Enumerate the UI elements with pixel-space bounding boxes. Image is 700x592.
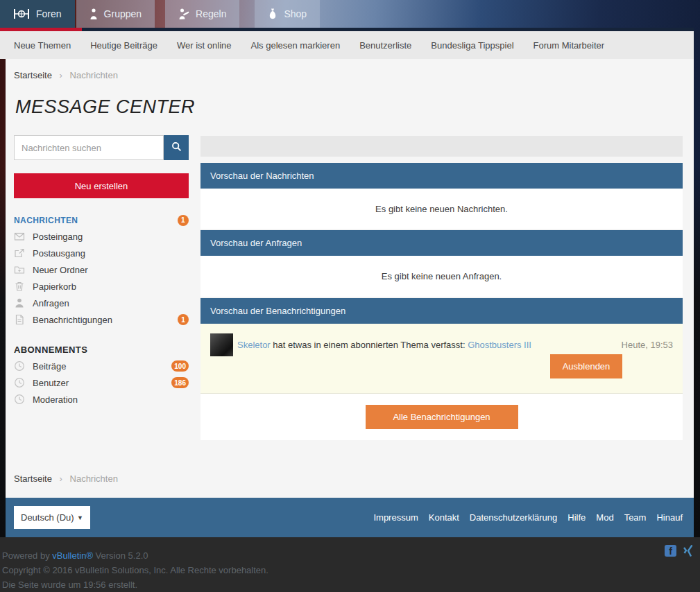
clock-icon	[14, 377, 25, 388]
footer-link-datenschutzerklaerung[interactable]: Datenschutzerklärung	[470, 512, 557, 523]
nav-link-als-gelesen-markieren[interactable]: Als gelesen markieren	[251, 40, 341, 51]
notification-body-text: hat etwas in einem abonnierten Thema ver…	[271, 340, 468, 350]
money-bag-icon	[268, 8, 278, 19]
sidebar-item-beitraege[interactable]: Beiträge 100	[14, 358, 189, 374]
beitraege-count-badge: 100	[171, 360, 189, 372]
figure-icon	[89, 8, 98, 19]
thread-link[interactable]: Ghostbusters III	[468, 340, 531, 350]
page-title: MESSAGE CENTER	[15, 96, 195, 118]
nav-link-heutige-beitraege[interactable]: Heutige Beiträge	[90, 40, 157, 51]
footer-link-impressum[interactable]: Impressum	[373, 512, 418, 523]
footer-link-kontakt[interactable]: Kontakt	[429, 512, 459, 523]
sidebar-item-benutzer[interactable]: Benutzer 186	[14, 374, 189, 391]
chevron-down-icon: ▼	[77, 514, 83, 521]
nav-link-forum-mitarbeiter[interactable]: Forum Mitarbeiter	[533, 40, 605, 51]
panel-header-anfragen: Vorschau der Anfragen	[200, 230, 683, 256]
avatar[interactable]	[210, 333, 233, 356]
sidebar-section-abonnements: ABONNEMENTS Beiträge 100 Benutzer 186	[14, 342, 189, 408]
breadcrumb-separator: ›	[60, 70, 62, 80]
sidebar-item-label: Anfragen	[33, 298, 189, 308]
sidebar-item-neuer-ordner[interactable]: Neuer Ordner	[14, 261, 189, 278]
sidebar-item-label: Neuer Ordner	[33, 265, 189, 275]
facebook-icon[interactable]: f	[665, 545, 676, 557]
footer-link-team[interactable]: Team	[624, 512, 647, 523]
share-icon	[14, 247, 25, 259]
sidebar-item-label: Benutzer	[33, 378, 171, 388]
breadcrumb-home-link[interactable]: Startseite	[14, 473, 52, 484]
clock-icon	[14, 360, 25, 372]
language-select[interactable]: Deutsch (Du) ▼	[14, 506, 90, 529]
envelope-icon	[14, 231, 25, 242]
all-notifications-button[interactable]: Alle Benachrichtigungen	[366, 405, 518, 429]
sidebar-item-label: Papierkorb	[33, 281, 189, 292]
sidebar-item-moderation[interactable]: Moderation	[14, 391, 189, 408]
footer-link-mod[interactable]: Mod	[596, 512, 613, 523]
figure-lean-icon	[178, 8, 189, 19]
tab-shop[interactable]: Shop	[255, 0, 320, 28]
document-icon	[14, 314, 25, 325]
content-container: Startseite › Nachrichten MESSAGE CENTER …	[6, 59, 694, 498]
folder-plus-icon	[14, 264, 25, 275]
section-title-nachrichten: NACHRICHTEN	[14, 216, 78, 225]
tab-regeln[interactable]: Regeln	[165, 0, 239, 28]
clock-icon	[14, 394, 25, 405]
vbulletin-link[interactable]: vBulletin®	[52, 550, 93, 561]
sidebar-item-posteingang[interactable]: Posteingang	[14, 228, 189, 245]
tab-foren[interactable]: Foren	[0, 0, 75, 28]
powered-by-text: Powered by	[2, 550, 52, 561]
footer-links: Impressum Kontakt Datenschutzerklärung H…	[373, 498, 683, 537]
breadcrumb-separator: ›	[60, 473, 62, 484]
copyright-line: Copyright © 2016 vBulletin Solutions, In…	[2, 563, 700, 577]
sidebar-item-benachrichtigungen[interactable]: Benachrichtigungen 1	[14, 311, 189, 328]
benachrichtigungen-count-badge: 1	[178, 314, 189, 325]
sidebar-item-label: Benachrichtigungen	[33, 315, 178, 325]
nachrichten-count-badge: 1	[178, 215, 189, 226]
empty-message: Es gibt keine neuen Anfragen.	[382, 271, 502, 281]
sidebar-section-nachrichten: NACHRICHTEN 1 Posteingang Postausgang	[14, 212, 189, 328]
user-link[interactable]: Skeletor	[237, 340, 271, 350]
breadcrumb-home-link[interactable]: Startseite	[14, 70, 52, 80]
notification-timestamp: Heute, 19:53	[622, 340, 673, 350]
sidebar-item-papierkorb[interactable]: Papierkorb	[14, 278, 189, 295]
page-root: Foren Gruppen Regeln Shop Neue Themen He…	[0, 0, 700, 592]
panel-header-benachrichtigungen: Vorschau der Benachrichtigungen	[200, 298, 683, 324]
breadcrumb-bottom: Startseite › Nachrichten	[14, 473, 118, 484]
footer-link-hinauf[interactable]: Hinauf	[656, 512, 683, 523]
nav-link-wer-ist-online[interactable]: Wer ist online	[177, 40, 232, 51]
hide-notification-button[interactable]: Ausblenden	[550, 354, 622, 378]
main-panel: Vorschau der Nachrichten Es gibt keine n…	[200, 136, 683, 440]
nav-link-benutzerliste[interactable]: Benutzerliste	[359, 40, 411, 51]
footer-link-hilfe[interactable]: Hilfe	[567, 512, 586, 523]
search-input[interactable]	[14, 135, 164, 160]
empty-message: Es gibt keine neuen Nachrichten.	[375, 204, 508, 214]
create-new-button[interactable]: Neu erstellen	[14, 173, 189, 198]
sidebar-item-postausgang[interactable]: Postausgang	[14, 245, 189, 261]
legal-footer: Powered by vBulletin® Version 5.2.0 Copy…	[0, 537, 700, 592]
panel-footer: Alle Benachrichtigungen	[200, 394, 683, 440]
sidebar-item-label: Moderation	[33, 394, 189, 405]
xing-icon[interactable]	[682, 545, 694, 557]
powered-by-line: Powered by vBulletin® Version 5.2.0	[2, 548, 700, 563]
sidebar-item-anfragen[interactable]: Anfragen	[14, 295, 189, 311]
primary-tabbar: Foren Gruppen Regeln Shop	[0, 0, 694, 28]
sidebar: Neu erstellen NACHRICHTEN 1 Posteingang	[14, 135, 189, 408]
tie-fighter-icon	[13, 8, 30, 19]
tab-label: Regeln	[196, 8, 226, 19]
section-title-abonnements: ABONNEMENTS	[14, 345, 87, 355]
trash-icon	[14, 281, 25, 292]
nav-link-bundesliga-tippspiel[interactable]: Bundesliga Tippspiel	[431, 40, 513, 51]
breadcrumb-current: Nachrichten	[70, 70, 118, 80]
secondary-nav: Neue Themen Heutige Beiträge Wer ist onl…	[0, 31, 694, 59]
benutzer-count-badge: 186	[171, 377, 189, 388]
panel-title: Vorschau der Nachrichten	[210, 171, 314, 181]
version-text: Version 5.2.0	[93, 550, 148, 561]
collapsed-module-bar	[200, 136, 683, 157]
breadcrumb-current: Nachrichten	[70, 473, 118, 484]
breadcrumb: Startseite › Nachrichten	[14, 70, 118, 80]
search-button[interactable]	[164, 135, 189, 160]
generated-line: Die Seite wurde um 19:56 erstellt.	[2, 577, 700, 592]
tab-gruppen[interactable]: Gruppen	[76, 0, 155, 28]
nav-link-neue-themen[interactable]: Neue Themen	[14, 40, 71, 51]
search-icon	[171, 141, 182, 154]
panel-body-nachrichten: Es gibt keine neuen Nachrichten.	[200, 189, 683, 229]
